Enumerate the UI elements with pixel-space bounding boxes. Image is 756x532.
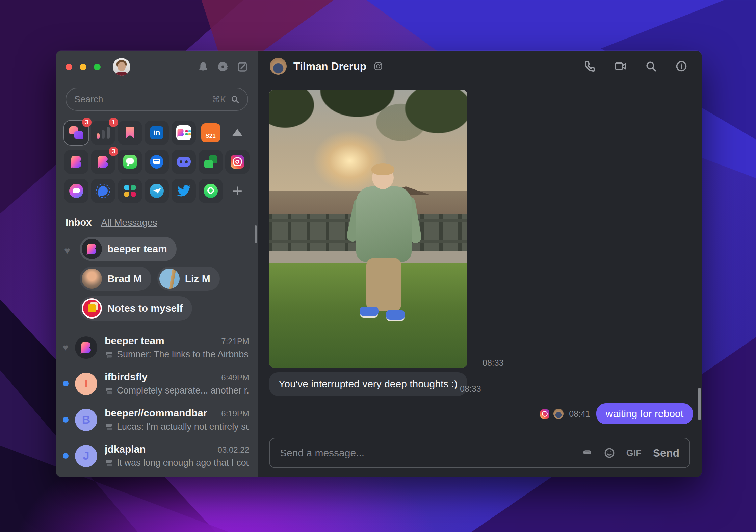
bell-icon xyxy=(198,61,208,72)
unread-dot xyxy=(63,381,69,386)
pinned-chip-notes-to-myself[interactable]: Notes to myself xyxy=(80,296,192,321)
sidebar-scrollbar[interactable] xyxy=(255,225,257,243)
chat-row-beeper-commandbar[interactable]: B beeper//commandbar 6:19PM Lucas: I'm a… xyxy=(56,402,258,438)
chat-time: 6:49PM xyxy=(221,373,249,382)
network-tile-telegram[interactable] xyxy=(145,179,169,203)
network-tile-imessage[interactable] xyxy=(118,150,142,174)
zoom-window-button[interactable] xyxy=(94,64,101,70)
pinned-chip-label: Liz M xyxy=(185,273,210,284)
instagram-read-icon xyxy=(540,409,549,419)
instagram-icon xyxy=(231,155,244,169)
network-tile-beeper[interactable] xyxy=(64,150,88,174)
google-chat-icon xyxy=(204,155,217,168)
chat-header: Tilman Drerup xyxy=(258,51,702,82)
pinned-chip-brad-m[interactable]: Brad M xyxy=(80,267,151,291)
collapse-arrow-icon xyxy=(232,129,243,136)
titlebar xyxy=(56,51,258,83)
search-input[interactable]: Search ⌘K xyxy=(66,88,248,111)
network-tile-beeper-2[interactable]: 3 xyxy=(91,150,115,174)
avatar-art xyxy=(115,72,128,76)
network-tile-twitter[interactable] xyxy=(172,179,196,203)
profile-avatar[interactable] xyxy=(113,58,130,76)
plus-icon: + xyxy=(232,182,242,200)
beeper-texts-icon xyxy=(69,126,83,139)
network-tile-messenger[interactable] xyxy=(64,179,88,203)
network-tile-beeper-spaces[interactable] xyxy=(172,121,196,145)
chat-row-beeper-commits[interactable]: beeper commits 8:17PM Beeper: Beeper And… xyxy=(56,474,258,477)
network-tile-slack[interactable] xyxy=(118,179,142,203)
network-tile-instagram[interactable] xyxy=(225,150,250,174)
chat-header-avatar[interactable] xyxy=(270,58,287,75)
pinned-chip-label: Notes to myself xyxy=(107,303,183,314)
beeper-window: Search ⌘K 3 1 in xyxy=(56,51,702,477)
send-button[interactable]: Send xyxy=(653,447,679,459)
beeper-icon xyxy=(70,155,83,169)
close-window-button[interactable] xyxy=(66,64,72,70)
compose-icon xyxy=(237,61,248,72)
network-tile-beeper-texts[interactable]: 3 xyxy=(64,121,88,145)
linkedin-icon: in xyxy=(150,126,163,139)
emoji-icon[interactable] xyxy=(604,448,615,458)
chat-row-beeper-team[interactable]: ♥ beeper team 7:21PM Sumner: The links t… xyxy=(56,329,258,365)
unread-badge: 1 xyxy=(109,118,118,127)
search-icon xyxy=(645,60,657,72)
network-tile-linkedin[interactable]: in xyxy=(145,121,169,145)
unread-badge: 3 xyxy=(109,147,118,156)
all-messages-link[interactable]: All Messages xyxy=(101,217,157,228)
chat-row-jdkaplan[interactable]: J jdkaplan 03.02.22 It was long enough a… xyxy=(56,438,258,474)
outgoing-message-bubble[interactable]: waiting for reboot xyxy=(596,403,693,424)
pinned-chip-label: beeper team xyxy=(107,243,167,255)
gif-button[interactable]: GIF xyxy=(626,448,642,458)
network-tile-bookmarks[interactable] xyxy=(118,121,142,145)
bookmark-icon xyxy=(126,127,134,138)
pinned-chip-liz-m[interactable]: Liz M xyxy=(157,267,220,291)
chat-info-button[interactable] xyxy=(675,59,688,73)
message-preview-icon xyxy=(105,424,113,430)
new-chat-button[interactable] xyxy=(237,61,248,73)
network-tile-whatsapp[interactable] xyxy=(199,179,223,203)
photo-message[interactable] xyxy=(269,90,467,368)
chat-name: beeper team xyxy=(105,335,217,347)
settings-button[interactable] xyxy=(217,61,229,73)
message-preview-icon xyxy=(105,351,113,358)
attach-icon[interactable] xyxy=(582,448,593,458)
notifications-button[interactable] xyxy=(198,61,209,73)
liz-m-avatar xyxy=(159,269,180,289)
favorites-heart-icon: ♥ xyxy=(64,245,70,256)
avatar-initial: I xyxy=(84,377,87,390)
avatar-art xyxy=(118,62,126,71)
collapse-grid-button[interactable] xyxy=(225,121,250,145)
video-camera-icon xyxy=(615,60,627,72)
incoming-message-bubble[interactable]: You've interrupted very deep thoughts :) xyxy=(269,372,467,396)
network-tile-s21[interactable]: S21 xyxy=(199,121,223,145)
phone-icon xyxy=(584,60,596,72)
sidebar: Search ⌘K 3 1 in xyxy=(56,51,258,477)
message-thread[interactable]: 08:33 You've interrupted very deep thoug… xyxy=(258,82,702,435)
message-composer[interactable]: Send a message... GIF Send xyxy=(269,438,690,468)
add-network-button[interactable]: + xyxy=(225,179,250,203)
avatar-initial: B xyxy=(82,413,90,426)
search-in-chat-button[interactable] xyxy=(644,59,658,73)
chat-preview: Sumner: The links to the Airbnbs ... xyxy=(117,349,249,360)
chat-row-ifbirdsfly[interactable]: I ifbirdsfly 6:49PM Completely separate.… xyxy=(56,365,258,402)
photo-art xyxy=(269,90,467,191)
pinned-chip-beeper-team[interactable]: beeper team xyxy=(80,237,177,261)
photo-art xyxy=(356,186,412,262)
thread-scrollbar[interactable] xyxy=(698,388,701,420)
message-timestamp: 08:41 xyxy=(569,409,590,419)
network-tile-android-messages[interactable] xyxy=(145,150,169,174)
beeper-slack-icon xyxy=(176,125,191,140)
read-receipt-avatar xyxy=(553,409,564,419)
voice-call-button[interactable] xyxy=(583,59,597,73)
chat-name: ifbirdsfly xyxy=(105,371,217,383)
network-tile-signal[interactable] xyxy=(91,179,115,203)
network-tile-google-chat[interactable] xyxy=(199,150,223,174)
video-call-button[interactable] xyxy=(614,59,627,73)
discord-icon xyxy=(177,157,191,167)
pinned-chip-label: Brad M xyxy=(107,273,142,284)
network-tile-analytics[interactable]: 1 xyxy=(91,121,115,145)
chat-preview: Lucas: I'm actually not entirely su... xyxy=(117,422,249,432)
titlebar-actions xyxy=(198,61,248,73)
minimize-window-button[interactable] xyxy=(80,64,86,70)
network-tile-discord[interactable] xyxy=(172,150,196,174)
